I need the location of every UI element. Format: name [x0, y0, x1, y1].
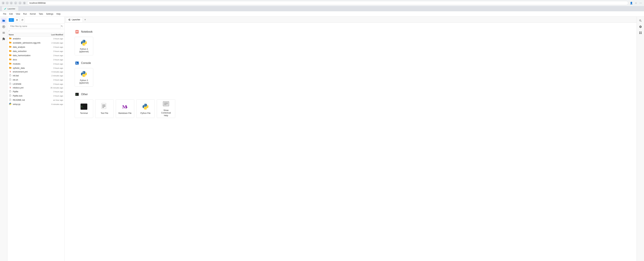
notebook-section-title: Notebook	[81, 30, 93, 33]
folder-icon	[9, 62, 12, 66]
maximize-browser-btn[interactable]: □	[10, 2, 13, 4]
file-name: setup.py	[13, 103, 41, 106]
col-modified-header[interactable]: Last Modified	[41, 34, 63, 36]
new-tab-btn[interactable]: +	[83, 18, 87, 22]
menu-run[interactable]: Run	[22, 12, 28, 16]
tab-bar: Launcher +	[64, 17, 636, 23]
file-item-analytics[interactable]: analytics 3 hours ago	[8, 36, 64, 41]
refresh-files-btn[interactable]	[20, 18, 25, 22]
file-name: avoidable_admissions.egg-info	[13, 42, 41, 44]
menu-kernel[interactable]: Kernel	[28, 12, 37, 16]
console-icon-svg	[75, 61, 79, 65]
text-file-card[interactable]: Text File	[95, 100, 114, 118]
browser-tab-launcher[interactable]: 🧪 Launcher	[2, 6, 18, 11]
minimize-browser-btn[interactable]: −	[6, 2, 9, 4]
file-name: environment.yml	[13, 71, 41, 73]
launcher-tab[interactable]: Launcher	[66, 17, 83, 22]
file-item-mkdocs[interactable]: Y mkdocs.yml 35 minutes ago	[8, 86, 64, 90]
svg-rect-3	[76, 30, 78, 33]
console-section-title: Console	[81, 62, 91, 64]
contextual-help-icon	[162, 100, 170, 108]
profile-icon[interactable]: 👤	[630, 1, 633, 5]
file-name: Pipfile.lock	[13, 95, 41, 97]
file-item-avoidable[interactable]: avoidable_admissions.egg-info 2 minutes …	[8, 41, 64, 45]
file-item-pipfile-lock[interactable]: Pipfile.lock 3 hours ago	[8, 94, 64, 98]
console-section: Console Python 3(ipykernel)	[75, 61, 626, 86]
app-container: File Edit View Run Kernel Tabs Settings …	[0, 11, 644, 261]
file-name: Pipfile	[13, 90, 41, 93]
file-item-docs[interactable]: docs 3 hours ago	[8, 58, 64, 62]
browser-tab-bar: 🧪 Launcher	[0, 6, 644, 11]
sidebar-running-icon[interactable]	[1, 24, 6, 30]
notebook-section: Notebook Python 3(ipykernel)	[75, 30, 626, 55]
file-time: 3 hours ago	[41, 46, 63, 48]
sidebar-files-icon[interactable]	[1, 18, 6, 24]
file-item-data-extraction[interactable]: data_extraction 3 hours ago	[8, 49, 64, 53]
file-item-environment-yml[interactable]: Y environment.yml 4 minutes ago	[8, 70, 64, 74]
svg-rect-4	[75, 62, 79, 64]
notebook-cards: Python 3(ipykernel)	[75, 37, 626, 55]
markdown-file-card[interactable]: M Markdown File	[116, 100, 134, 118]
contextual-help-card[interactable]: Show Contextual Help	[157, 100, 175, 118]
notebook-icon-svg	[75, 30, 79, 34]
col-name-header[interactable]: Name	[9, 34, 41, 36]
file-item-data-harmonization[interactable]: data_harmonization 3 hours ago	[8, 53, 64, 58]
back-btn[interactable]: ←	[14, 2, 17, 4]
file-name: README.md	[13, 99, 41, 101]
title-bar: ✕ − □ ← → ↻ localhost:8888/lab 👤 ☆ ⋯	[0, 0, 644, 6]
forward-btn[interactable]: →	[18, 2, 22, 4]
python-console-card[interactable]: Python 3(ipykernel)	[75, 68, 93, 86]
file-item-init-bat[interactable]: init.bat 2 minutes ago	[8, 74, 64, 78]
menu-tabs[interactable]: Tabs	[38, 12, 44, 16]
contextual-help-label: Show Contextual Help	[159, 109, 173, 117]
file-item-setup-py[interactable]: setup.py 6 minutes ago	[8, 102, 64, 106]
browser-tab-label: Launcher	[8, 8, 15, 10]
file-time: 3 hours ago	[41, 67, 63, 69]
file-item-pipfile[interactable]: Pipfile 3 hours ago	[8, 90, 64, 94]
browser-action-icons: 👤 ☆ ⋯	[630, 1, 642, 5]
right-wrench-icon[interactable]	[638, 18, 643, 24]
python-file-label: Python File	[140, 112, 150, 115]
folder-icon	[9, 54, 12, 57]
python-file-card[interactable]: Python File	[136, 100, 155, 118]
browser-controls: ✕ − □	[2, 2, 13, 4]
python-notebook-icon	[80, 39, 88, 46]
refresh-btn[interactable]: ↻	[23, 2, 26, 4]
star-icon[interactable]: ☆	[634, 1, 638, 5]
file-item-data-analysis[interactable]: data_analysis 3 hours ago	[8, 45, 64, 49]
settings-icon[interactable]: ⋯	[639, 1, 642, 5]
file-item-readme[interactable]: README.md an hour ago	[8, 98, 64, 102]
sidebar-commands-icon[interactable]	[1, 30, 6, 36]
file-item-sythetic[interactable]: sythetic_data 3 hours ago	[8, 66, 64, 70]
right-grid-icon[interactable]	[638, 30, 643, 36]
menu-bar: File Edit View Run Kernel Tabs Settings …	[0, 11, 644, 17]
right-sidebar	[636, 17, 644, 261]
new-file-btn[interactable]: +	[9, 18, 14, 22]
python-notebook-card[interactable]: Python 3(ipykernel)	[75, 37, 93, 55]
close-browser-btn[interactable]: ✕	[2, 2, 5, 4]
file-item-modules[interactable]: modules 3 hours ago	[8, 62, 64, 66]
menu-edit[interactable]: Edit	[8, 12, 14, 16]
upload-btn[interactable]	[15, 18, 19, 22]
address-bar[interactable]: localhost:8888/lab	[27, 1, 628, 5]
menu-file[interactable]: File	[2, 12, 8, 16]
file-time: 3 hours ago	[41, 79, 63, 81]
search-input[interactable]	[9, 24, 61, 28]
file-item-license[interactable]: LICENSE 3 hours ago	[8, 82, 64, 86]
file-panel-toolbar: +	[8, 17, 64, 24]
markdown-file-icon: M	[121, 102, 129, 111]
menu-help[interactable]: Help	[55, 12, 62, 16]
file-name: sythetic_data	[13, 67, 41, 69]
file-time: 3 hours ago	[41, 54, 63, 56]
terminal-card[interactable]: $_ Terminal	[75, 100, 93, 118]
menu-view[interactable]: View	[14, 12, 22, 16]
folder-icon	[9, 50, 12, 53]
file-name: analytics	[13, 38, 41, 40]
folder-icon	[9, 66, 12, 70]
file-time: 3 hours ago	[41, 59, 63, 61]
sidebar-extensions-icon[interactable]	[1, 36, 6, 42]
file-item-init-sh[interactable]: init.sh 3 hours ago	[8, 78, 64, 82]
file-time: 3 hours ago	[41, 63, 63, 65]
menu-settings[interactable]: Settings	[45, 12, 55, 16]
right-gear-icon[interactable]	[638, 24, 643, 30]
